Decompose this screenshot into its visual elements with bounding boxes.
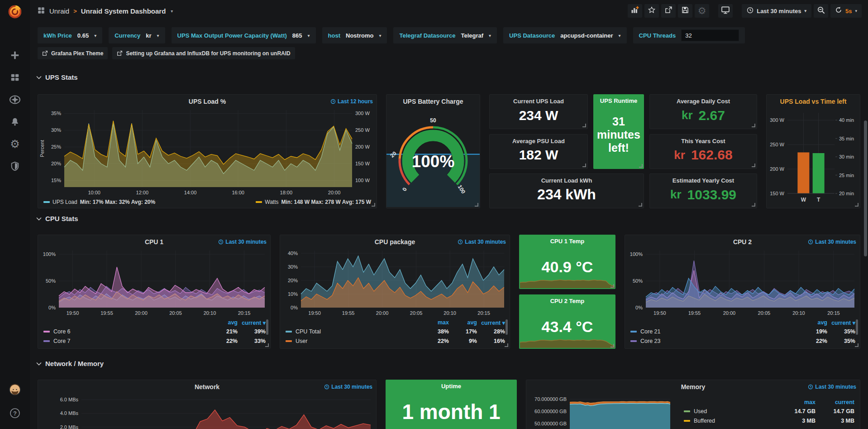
legend-column-current[interactable]: current ▾ xyxy=(827,319,855,326)
panel-timerange-link[interactable]: Last 30 minutes xyxy=(218,239,267,245)
server-admin-menu[interactable] xyxy=(0,156,30,176)
series-name[interactable]: Watts xyxy=(265,199,278,205)
legend-column-avg[interactable]: avg xyxy=(449,319,477,326)
variable-ups-datasource[interactable]: UPS Datasourceapcupsd-container▾ xyxy=(503,27,626,43)
create-menu[interactable] xyxy=(0,45,30,65)
stat-title[interactable]: Average Daily Cost xyxy=(650,95,757,105)
legend-series-core-23[interactable]: Core 23 xyxy=(630,338,799,344)
stat-title[interactable]: CPU 2 Temp xyxy=(519,294,615,304)
legend-column-current[interactable]: current ▾ xyxy=(477,319,505,326)
stat-title[interactable]: Estimated Yearly Cost xyxy=(650,174,757,184)
legend-column-current[interactable]: current ▾ xyxy=(238,319,266,326)
panel-title[interactable]: UPS Battery Charge xyxy=(386,98,480,105)
cpu1-chart[interactable]: 100%50%0%19:5019:5520:0020:0520:1020:15 xyxy=(38,248,270,317)
variable-label: UPS Max Output Power Capacity (Watt) xyxy=(177,32,287,39)
svg-text:200 W: 200 W xyxy=(770,166,784,172)
panel-timerange-link[interactable]: Last 30 minutes xyxy=(324,384,372,390)
legend-series-core-6[interactable]: Core 6 xyxy=(43,328,210,335)
legend-series-core-7[interactable]: Core 7 xyxy=(43,338,210,344)
compass-icon xyxy=(10,94,20,105)
svg-text:35 min: 35 min xyxy=(839,136,854,141)
alerting-menu[interactable] xyxy=(0,112,30,132)
stat-title[interactable]: Uptime xyxy=(386,380,517,390)
svg-text:10:00: 10:00 xyxy=(88,190,100,195)
stat-title[interactable]: This Years Cost xyxy=(650,135,757,145)
panel-title[interactable]: UPS Load vs Time left xyxy=(767,98,860,105)
explore-menu[interactable] xyxy=(0,90,30,110)
legend-column-current[interactable]: current xyxy=(816,399,854,405)
variable-cpu-threads[interactable]: CPU Threads xyxy=(633,27,745,43)
legend-scrollbar[interactable] xyxy=(506,319,508,335)
panel-uptime: Uptime 1 month 1 xyxy=(386,380,517,429)
legend-scrollbar[interactable] xyxy=(266,319,268,335)
variable-value[interactable]: Nostromo xyxy=(346,32,373,39)
svg-text:20:00: 20:00 xyxy=(376,310,389,316)
svg-text:250 W: 250 W xyxy=(770,142,784,147)
section-cpu-stats[interactable]: CPU Stats xyxy=(36,215,78,222)
legend-series-user[interactable]: User xyxy=(286,338,421,344)
cpu-package-chart[interactable]: 40%30%20%10%0%19:5019:5520:0020:0520:102… xyxy=(280,248,510,317)
svg-text:25 min: 25 min xyxy=(839,173,854,178)
legend-series-core-21[interactable]: Core 21 xyxy=(630,328,799,335)
svg-text:6.0 MBs: 6.0 MBs xyxy=(60,397,79,402)
legend-row: User22%9%16% xyxy=(286,336,505,346)
ups-load-vs-time-chart[interactable]: 300 W250 W200 W150 W40 min35 min30 min25… xyxy=(767,107,860,205)
stat-title[interactable]: Average PSU Load xyxy=(490,135,587,145)
cpu2-chart[interactable]: 100%50%0%19:5019:5520:0020:0520:1020:15 xyxy=(625,248,860,317)
clock-icon xyxy=(458,239,463,245)
variable-telegraf-datasource[interactable]: Telegraf DatasourceTelegraf▾ xyxy=(393,27,497,43)
svg-text:4.0 MBs: 4.0 MBs xyxy=(60,410,79,416)
legend-scrollbar[interactable] xyxy=(856,319,858,335)
variable-currency[interactable]: Currencykr▾ xyxy=(109,27,165,43)
legend-series-cpu-total[interactable]: CPU Total xyxy=(286,328,421,335)
variable-value[interactable]: kr xyxy=(146,32,151,39)
panel-title[interactable]: UPS Load % xyxy=(38,98,377,105)
chevron-down-icon xyxy=(36,76,42,79)
configuration-menu[interactable]: ⚙ xyxy=(0,134,30,154)
ups-battery-gauge[interactable]: 02050100100% xyxy=(386,107,480,207)
dashboard-link-setting-up-grafana-and-influxdb-for-ups-monitoring-on-unraid[interactable]: Setting up Grafana and InfluxDB for UPS … xyxy=(112,47,295,59)
panel-timerange-link[interactable]: Last 30 minutes xyxy=(458,239,506,245)
panel-ups-load: UPS Load % Last 12 hours 35%30%25%20%15%… xyxy=(38,94,377,208)
help-menu[interactable]: ? xyxy=(0,403,30,423)
variable-value[interactable]: 865 xyxy=(292,32,302,39)
section-network-memory[interactable]: Network / Memory xyxy=(36,360,104,367)
stat-title[interactable]: Current Load kWh xyxy=(490,174,644,184)
legend-series-buffered[interactable]: Buffered xyxy=(684,418,777,424)
variable-value[interactable]: apcupsd-container xyxy=(560,32,613,39)
variable-ups-max-output-power-capacity-watt[interactable]: UPS Max Output Power Capacity (Watt)865▾ xyxy=(172,27,316,43)
memory-chart[interactable]: 70.000000 GB60.000000 GB50.000000 GB xyxy=(526,393,676,429)
svg-text:60.000000 GB: 60.000000 GB xyxy=(534,409,567,414)
grafana-logo[interactable] xyxy=(6,3,24,21)
variable-input[interactable] xyxy=(681,29,739,41)
variable-value[interactable]: Telegraf xyxy=(461,32,483,39)
stat-title[interactable]: UPS Runtime xyxy=(593,94,644,104)
ups-load-chart[interactable]: 35%30%25%20%15%300 W250 W200 W150 W100 W… xyxy=(38,107,377,196)
profile-menu[interactable] xyxy=(0,380,30,400)
variable-kwh-price[interactable]: kWh Price0.65▾ xyxy=(38,27,102,43)
stat-title[interactable]: CPU 1 Temp xyxy=(519,235,615,245)
dashboard-link-grafana-plex-theme[interactable]: Grafana Plex Theme xyxy=(38,47,108,59)
legend-column-max[interactable]: max xyxy=(421,319,449,326)
dashboards-menu[interactable] xyxy=(0,67,30,87)
panel-timerange-link[interactable]: Last 30 minutes xyxy=(808,239,856,245)
series-name[interactable]: UPS Load xyxy=(52,199,77,205)
variable-value[interactable]: 0.65 xyxy=(77,32,89,39)
section-ups-stats[interactable]: UPS Stats xyxy=(36,73,78,81)
series-color-marker xyxy=(630,340,637,342)
legend-column-avg[interactable]: avg xyxy=(799,319,827,326)
page-scrollbar[interactable] xyxy=(864,121,867,256)
dashboard: kWh Price0.65▾Currencykr▾UPS Max Output … xyxy=(0,0,868,429)
panel-timerange-link[interactable]: Last 12 hours xyxy=(330,98,373,105)
legend-column-max[interactable]: max xyxy=(777,399,816,405)
svg-text:50.000000 GB: 50.000000 GB xyxy=(534,421,567,426)
chevron-down-icon xyxy=(36,362,42,366)
panel-timerange-link[interactable]: Last 30 minutes xyxy=(808,384,856,390)
legend-column-avg[interactable]: avg xyxy=(210,319,238,326)
variable-host[interactable]: hostNostromo▾ xyxy=(322,27,387,43)
cpu-temp-panels: CPU 1 Temp 40.9 °C CPU 2 Temp 43.4 °C xyxy=(519,235,615,349)
legend-series-used[interactable]: Used xyxy=(684,408,777,415)
stat-title[interactable]: Current UPS Load xyxy=(490,95,587,105)
network-chart[interactable]: 6.0 MBs4.0 MBs2.0 MBs xyxy=(38,393,376,429)
stat-value: 182 W xyxy=(490,145,587,169)
